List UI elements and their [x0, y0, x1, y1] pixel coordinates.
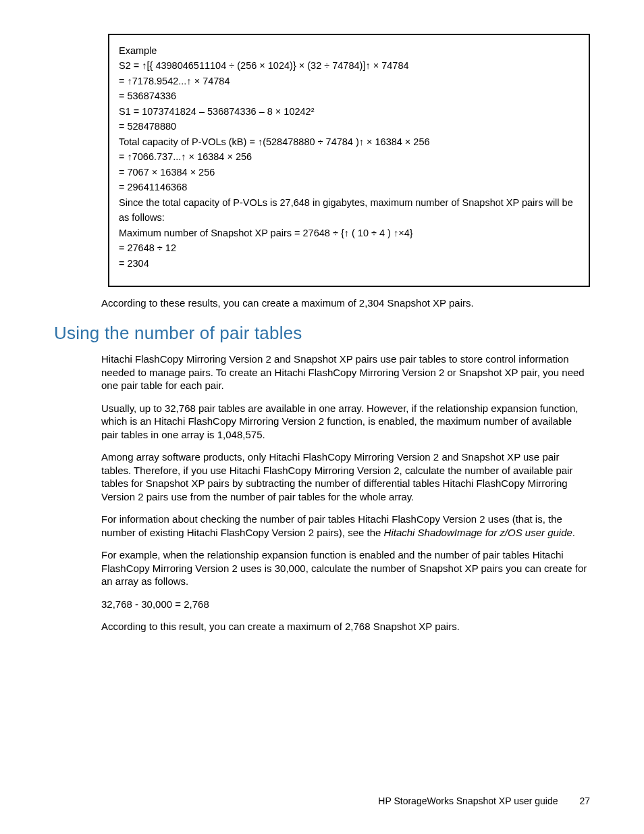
example-box: Example S2 = ↑[{ 4398046511104 ÷ (256 × … — [108, 34, 590, 287]
footer-title: HP StorageWorks Snapshot XP user guide — [378, 796, 558, 806]
body-paragraph: Among array software products, only Hita… — [101, 450, 590, 503]
example-line: = 528478880 — [119, 119, 579, 134]
doc-reference-italic: Hitachi ShadowImage for z/OS user guide — [384, 527, 572, 538]
example-line: S2 = ↑[{ 4398046511104 ÷ (256 × 1024)} ×… — [119, 58, 579, 73]
example-line: = 2304 — [119, 256, 579, 271]
example-line: Since the total capacity of P-VOLs is 27… — [119, 195, 579, 226]
body-paragraph: According to this result, you can create… — [101, 620, 590, 633]
example-line: = 29641146368 — [119, 180, 579, 194]
body-text-run: . — [572, 527, 575, 538]
example-line: = 536874336 — [119, 88, 579, 103]
example-line: Total capacity of P-VOLs (kB) = ↑(528478… — [119, 134, 579, 149]
example-line: = 7067 × 16384 × 256 — [119, 165, 579, 180]
example-title: Example — [119, 43, 579, 58]
body-paragraph: For information about checking the numbe… — [101, 513, 590, 539]
body-paragraph: Hitachi FlashCopy Mirroring Version 2 an… — [101, 353, 590, 392]
example-line: = 27648 ÷ 12 — [119, 240, 579, 255]
example-line: = ↑7066.737...↑ × 16384 × 256 — [119, 149, 579, 164]
example-line: = ↑7178.9542...↑ × 74784 — [119, 74, 579, 88]
page-number: 27 — [579, 796, 590, 806]
body-paragraph: Usually, up to 32,768 pair tables are av… — [101, 402, 590, 442]
body-paragraph: For example, when the relationship expan… — [101, 548, 590, 588]
example-line: S1 = 1073741824 – 536874336 – 8 × 10242² — [119, 104, 579, 119]
page-footer: HP StorageWorks Snapshot XP user guide 2… — [378, 795, 590, 807]
after-example-text: According to these results, you can crea… — [101, 296, 590, 310]
section-heading: Using the number of pair tables — [54, 322, 590, 345]
calculation-line: 32,768 - 30,000 = 2,768 — [101, 598, 590, 611]
example-line: Maximum number of Snapshot XP pairs = 27… — [119, 226, 579, 240]
